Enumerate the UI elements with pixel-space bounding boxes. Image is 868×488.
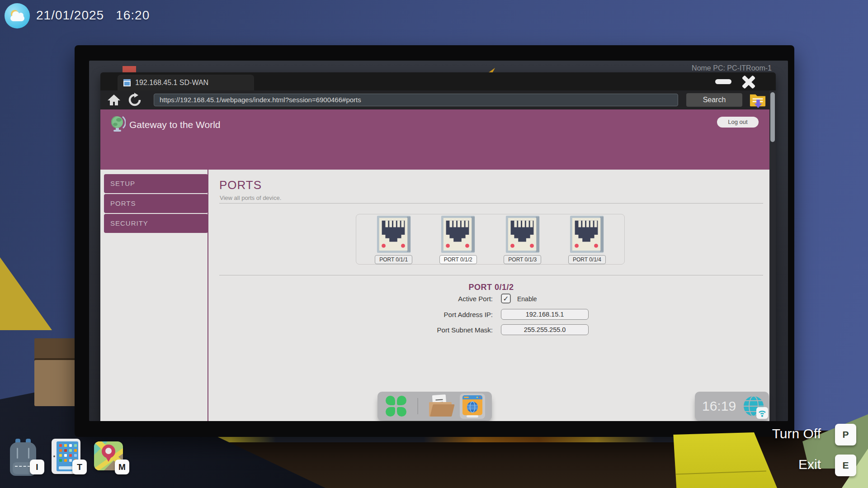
ethernet-port-icon bbox=[505, 216, 540, 253]
mask-field[interactable]: 255.255.255.0 bbox=[501, 324, 589, 335]
ports-list: PORT 0/1/1 PORT 0/1/2 bbox=[356, 214, 625, 265]
mask-label: Port Subnet Mask: bbox=[219, 325, 493, 335]
scrollbar[interactable] bbox=[769, 90, 776, 421]
section-title: PORTS bbox=[219, 178, 262, 192]
port-label[interactable]: PORT 0/1/1 bbox=[375, 255, 412, 264]
taskbar-divider bbox=[417, 398, 418, 414]
divider bbox=[219, 275, 763, 275]
downloads-folder-icon[interactable] bbox=[749, 92, 767, 109]
ethernet-port-icon bbox=[441, 216, 475, 253]
tab-favicon-icon bbox=[123, 78, 131, 87]
hud-datetime: 21/01/202516:20 bbox=[36, 8, 150, 23]
minimize-icon[interactable] bbox=[715, 79, 731, 84]
browser-app-active[interactable] bbox=[460, 393, 485, 419]
pc-name-label: Nome PC: PC-ITRoom-1 bbox=[692, 64, 772, 72]
browser-titlebar: 192.168.45.1 SD-WAN bbox=[100, 72, 776, 90]
hud-date: 21/01/2025 bbox=[36, 8, 104, 22]
active-port-checkbox[interactable]: ✓ bbox=[501, 294, 511, 303]
sidebar-item-security[interactable]: SECURITY bbox=[104, 214, 208, 233]
turn-off-key-badge[interactable]: P bbox=[835, 424, 856, 445]
close-icon[interactable] bbox=[741, 75, 757, 89]
sidebar-item-ports[interactable]: PORTS bbox=[104, 194, 208, 213]
port-label[interactable]: PORT 0/1/3 bbox=[504, 255, 541, 264]
divider bbox=[219, 203, 763, 204]
port-label[interactable]: PORT 0/1/2 bbox=[439, 255, 477, 264]
wallpaper-shape bbox=[0, 251, 52, 330]
weather-icon bbox=[5, 3, 30, 28]
scrollbar-thumb[interactable] bbox=[770, 92, 775, 142]
browser-navbar: https://192.168.45.1/webpages/index.html… bbox=[100, 90, 776, 109]
browser-window: 192.168.45.1 SD-WAN https://192.168.45.1… bbox=[100, 72, 776, 421]
clock-label: 16:19 bbox=[702, 392, 736, 421]
home-icon[interactable] bbox=[107, 93, 121, 107]
exit-key-badge[interactable]: E bbox=[835, 455, 856, 476]
monitor: Nome PC: PC-ITRoom-1 192.168.45.1 SD-WAN bbox=[75, 45, 794, 437]
ip-field[interactable]: 192.168.15.1 bbox=[501, 309, 589, 320]
turn-off-label: Turn Off bbox=[667, 426, 821, 441]
port-label[interactable]: PORT 0/1/4 bbox=[568, 255, 606, 264]
wifi-icon bbox=[756, 407, 768, 419]
browser-app-icon bbox=[462, 395, 482, 415]
router-webpage: Gateway to the World Log out SETUP PORTS… bbox=[100, 109, 769, 421]
page-header: Gateway to the World Log out bbox=[100, 109, 769, 170]
start-menu-icon[interactable] bbox=[386, 396, 406, 417]
refresh-icon[interactable] bbox=[127, 93, 142, 107]
exit-label: Exit bbox=[667, 457, 821, 472]
ethernet-port-icon bbox=[377, 216, 411, 253]
sidebar-item-setup[interactable]: SETUP bbox=[104, 174, 208, 193]
taskbar bbox=[377, 392, 492, 421]
port-item[interactable]: PORT 0/1/1 bbox=[367, 216, 421, 264]
map-key-badge: M bbox=[115, 460, 129, 474]
search-button[interactable]: Search bbox=[686, 93, 742, 107]
port-detail-title: PORT 0/1/2 bbox=[219, 283, 763, 292]
game-scene: Nome PC: PC-ITRoom-1 192.168.45.1 SD-WAN bbox=[0, 0, 868, 488]
hud-time: 16:20 bbox=[116, 8, 150, 22]
inventory-key-badge: I bbox=[30, 460, 44, 474]
section-subtitle: View all ports of device. bbox=[220, 194, 281, 201]
ethernet-port-icon bbox=[570, 216, 604, 253]
ip-label: Port Address IP: bbox=[219, 310, 493, 320]
active-app-indicator bbox=[467, 415, 478, 417]
file-explorer-icon[interactable] bbox=[428, 395, 453, 417]
active-port-label: Active Port: bbox=[219, 294, 493, 304]
check-icon: ✓ bbox=[502, 294, 510, 303]
taskbar-clock: 16:19 bbox=[695, 392, 769, 421]
logout-button[interactable]: Log out bbox=[717, 117, 759, 128]
browser-tab[interactable]: 192.168.45.1 SD-WAN bbox=[118, 75, 254, 90]
virtual-desktop: Nome PC: PC-ITRoom-1 192.168.45.1 SD-WAN bbox=[89, 61, 788, 421]
page-title: Gateway to the World bbox=[129, 119, 221, 130]
url-input[interactable]: https://192.168.45.1/webpages/index.html… bbox=[154, 94, 678, 106]
port-item[interactable]: PORT 0/1/4 bbox=[560, 216, 614, 264]
port-item[interactable]: PORT 0/1/3 bbox=[495, 216, 550, 264]
port-item[interactable]: PORT 0/1/2 bbox=[431, 216, 485, 264]
tablet-key-badge: T bbox=[72, 460, 87, 474]
globe-icon bbox=[109, 115, 126, 133]
tab-title: 192.168.45.1 SD-WAN bbox=[135, 79, 208, 87]
enable-label: Enable bbox=[517, 294, 537, 304]
sidebar: SETUP PORTS SECURITY bbox=[104, 174, 208, 234]
wallpaper-flag bbox=[123, 66, 136, 73]
